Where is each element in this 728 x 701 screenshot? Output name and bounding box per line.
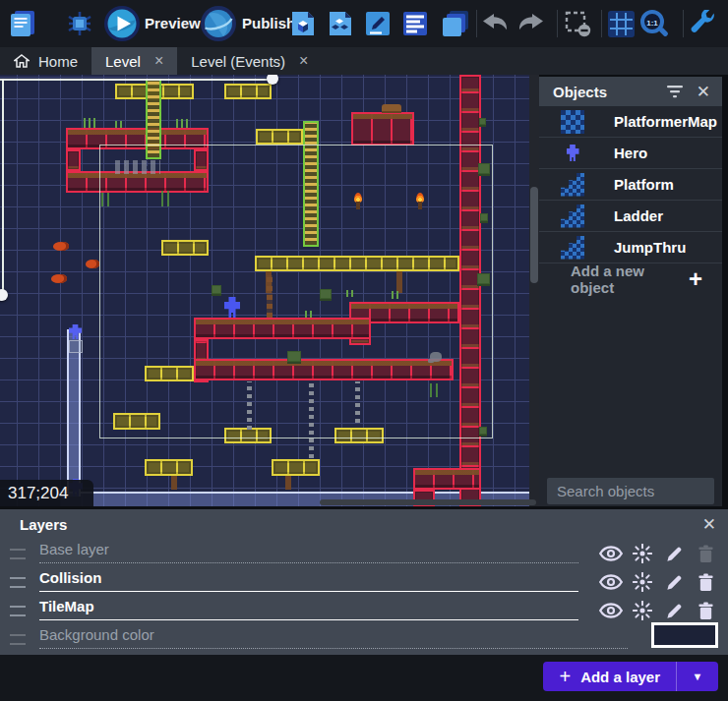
effects-icon[interactable] [630, 543, 655, 564]
open-instances-list-icon[interactable] [400, 9, 430, 38]
tab-level-events[interactable]: Level (Events)× [177, 47, 322, 75]
close-icon[interactable]: ✕ [697, 84, 710, 100]
objects-panel-header: Objects ✕ [539, 77, 722, 106]
home-icon [14, 54, 30, 68]
critter[interactable] [53, 242, 69, 251]
tab-close-icon[interactable]: × [154, 53, 163, 69]
redo-icon[interactable] [516, 9, 545, 38]
wood-post [171, 476, 177, 490]
close-icon[interactable]: ✕ [702, 516, 716, 533]
add-layer-main[interactable]: + Add a layer [543, 662, 677, 691]
selection-handle[interactable] [0, 289, 8, 301]
horizontal-scrollbar-thumb[interactable] [320, 499, 536, 505]
edit-icon[interactable] [661, 600, 687, 621]
gdevelop-window: Preview Publish 1:1 HomeLevel×Level (Eve… [0, 0, 728, 701]
add-new-object-button[interactable]: Add a new object + [539, 263, 722, 295]
tile-stack-icon [561, 236, 584, 260]
objects-list: PlatformerMapHeroPlatformLadderJumpThru [539, 106, 722, 263]
layers-list: Base layerCollisionTileMapBackground col… [0, 539, 728, 653]
water-column[interactable] [67, 329, 81, 497]
crate-platform[interactable] [256, 129, 303, 145]
toggle-grid-icon[interactable] [606, 9, 636, 38]
ghost-box [69, 340, 83, 353]
object-item-platformermap[interactable]: PlatformerMap [539, 106, 722, 138]
selection-line [2, 79, 4, 295]
drag-handle-icon[interactable] [10, 606, 26, 616]
objects-panel: Objects ✕ PlatformerMapHeroPlatformLadde… [539, 77, 722, 506]
grass-tuft [115, 121, 125, 128]
debugger-icon[interactable] [65, 9, 94, 38]
toolbar-separator [683, 10, 684, 37]
selection-handle[interactable] [267, 75, 278, 85]
bottom-bar: + Add a layer ▼ [0, 655, 728, 701]
search-objects-input[interactable] [547, 482, 728, 500]
tilemap-checker-icon [561, 110, 584, 134]
zoom-1-1-icon[interactable]: 1:1 [639, 9, 669, 38]
drag-handle-icon[interactable] [10, 577, 26, 588]
trash-icon[interactable] [693, 571, 718, 593]
trash-icon [693, 543, 718, 564]
selection-line [0, 79, 273, 81]
object-item-ladder[interactable]: Ladder [539, 201, 722, 232]
drag-handle-icon[interactable] [10, 549, 26, 559]
layer-name-field[interactable]: Background color [39, 626, 628, 649]
main-toolbar: Preview Publish 1:1 [0, 0, 728, 47]
edit-icon[interactable] [661, 543, 687, 564]
trash-icon[interactable] [693, 600, 718, 621]
layer-controls [641, 622, 718, 650]
bush [479, 118, 486, 125]
publish-icon[interactable] [200, 5, 237, 42]
brick-block[interactable] [351, 112, 414, 146]
tab-home[interactable]: Home [0, 47, 91, 75]
object-label: Hero [614, 145, 647, 161]
layer-row-base-layer: Base layer [0, 539, 728, 567]
crate-platform[interactable] [224, 84, 272, 99]
project-manager-icon[interactable] [8, 9, 37, 38]
visibility-icon[interactable] [598, 571, 624, 593]
open-object-groups-icon[interactable] [326, 9, 355, 38]
visibility-icon[interactable] [598, 543, 624, 564]
undo-icon[interactable] [481, 9, 511, 38]
edit-icon[interactable] [661, 571, 687, 593]
background-color-swatch[interactable] [651, 622, 718, 648]
layer-name-field[interactable]: Base layer [39, 541, 578, 563]
hero-sprite-icon [561, 142, 584, 165]
level-canvas[interactable]: 317;204 [0, 75, 539, 506]
critter[interactable] [86, 260, 99, 268]
object-label: JumpThru [614, 239, 686, 256]
vertical-scrollbar-thumb[interactable] [530, 187, 538, 283]
object-item-jumpthru[interactable]: JumpThru [539, 232, 722, 263]
layers-panel-title: Layers [0, 516, 702, 533]
filter-icon[interactable] [667, 86, 683, 98]
object-item-platform[interactable]: Platform [539, 169, 722, 201]
crate-platform[interactable] [145, 459, 193, 476]
layer-name-field[interactable]: Collision [39, 569, 578, 592]
layer-row-background-color: Background color [0, 624, 728, 653]
crate-platform[interactable] [272, 459, 320, 476]
open-layers-editor-icon[interactable] [441, 9, 470, 38]
add-layer-button[interactable]: + Add a layer ▼ [543, 662, 718, 691]
toolbar-separator [601, 10, 602, 37]
layer-name-field[interactable]: TileMap [39, 598, 578, 620]
tab-strip: HomeLevel×Level (Events)× [0, 47, 728, 75]
visibility-icon[interactable] [598, 600, 624, 621]
layers-panel: Layers ✕ Base layerCollisionTileMapBackg… [0, 509, 728, 655]
preview-label[interactable]: Preview [145, 15, 201, 31]
tab-level[interactable]: Level× [91, 47, 177, 75]
effects-icon[interactable] [630, 600, 655, 621]
tile-stack-icon [561, 204, 584, 228]
tab-close-icon[interactable]: × [299, 53, 308, 69]
brick-wall[interactable] [66, 149, 81, 171]
critter[interactable] [51, 274, 67, 283]
clear-selection-icon[interactable] [563, 9, 592, 38]
open-objects-editor-icon[interactable] [288, 9, 318, 38]
svg-text:1:1: 1:1 [646, 19, 658, 28]
effects-icon[interactable] [630, 571, 655, 593]
drag-handle-icon[interactable] [10, 634, 26, 645]
object-item-hero[interactable]: Hero [539, 138, 722, 169]
customize-toolbar-icon[interactable] [689, 9, 718, 38]
open-properties-icon[interactable] [363, 9, 393, 38]
brick-platform[interactable] [413, 468, 481, 490]
preview-icon[interactable] [103, 5, 141, 42]
chevron-down-icon[interactable]: ▼ [677, 662, 718, 691]
